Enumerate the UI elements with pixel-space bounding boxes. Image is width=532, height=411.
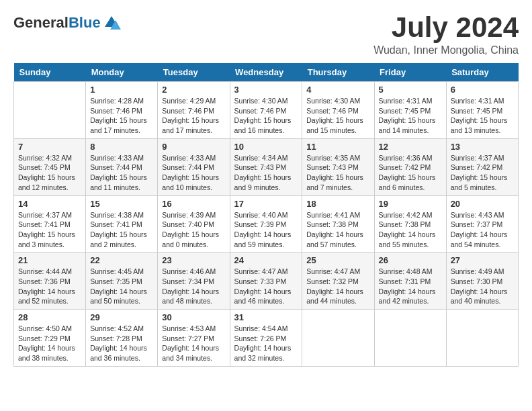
calendar-cell: 4Sunrise: 4:30 AM Sunset: 7:46 PM Daylig…	[302, 82, 374, 139]
calendar-cell: 12Sunrise: 4:36 AM Sunset: 7:42 PM Dayli…	[374, 138, 446, 195]
day-of-week-header: Wednesday	[230, 63, 302, 82]
calendar-cell: 31Sunrise: 4:54 AM Sunset: 7:26 PM Dayli…	[230, 310, 302, 367]
day-number: 30	[162, 312, 225, 322]
day-info: Sunrise: 4:31 AM Sunset: 7:45 PM Dayligh…	[379, 96, 442, 136]
day-info: Sunrise: 4:47 AM Sunset: 7:33 PM Dayligh…	[234, 267, 298, 306]
day-number: 21	[18, 255, 81, 265]
calendar-cell: 28Sunrise: 4:50 AM Sunset: 7:29 PM Dayli…	[14, 310, 86, 367]
day-info: Sunrise: 4:33 AM Sunset: 7:44 PM Dayligh…	[162, 153, 225, 193]
day-info: Sunrise: 4:32 AM Sunset: 7:45 PM Dayligh…	[18, 153, 81, 193]
day-info: Sunrise: 4:41 AM Sunset: 7:38 PM Dayligh…	[306, 210, 369, 250]
day-number: 1	[90, 85, 153, 95]
calendar-cell	[14, 82, 86, 139]
day-info: Sunrise: 4:42 AM Sunset: 7:38 PM Dayligh…	[379, 210, 442, 250]
calendar-header-row: SundayMondayTuesdayWednesdayThursdayFrid…	[14, 63, 519, 82]
day-number: 6	[451, 85, 514, 95]
location-title: Wudan, Inner Mongolia, China	[373, 44, 519, 56]
day-info: Sunrise: 4:35 AM Sunset: 7:43 PM Dayligh…	[306, 153, 369, 193]
day-number: 23	[162, 255, 225, 265]
day-number: 8	[90, 142, 153, 152]
day-of-week-header: Thursday	[302, 63, 374, 82]
calendar-cell: 13Sunrise: 4:37 AM Sunset: 7:42 PM Dayli…	[446, 138, 518, 195]
day-number: 9	[162, 142, 225, 152]
day-info: Sunrise: 4:31 AM Sunset: 7:45 PM Dayligh…	[451, 96, 514, 136]
calendar-cell: 6Sunrise: 4:31 AM Sunset: 7:45 PM Daylig…	[446, 82, 518, 139]
logo-general: General	[13, 14, 69, 31]
day-number: 11	[306, 142, 369, 152]
day-info: Sunrise: 4:30 AM Sunset: 7:46 PM Dayligh…	[306, 96, 369, 136]
day-number: 28	[18, 312, 81, 322]
calendar-cell	[302, 310, 374, 367]
day-info: Sunrise: 4:47 AM Sunset: 7:32 PM Dayligh…	[306, 267, 369, 306]
day-number: 17	[234, 199, 298, 209]
day-number: 12	[379, 142, 442, 152]
calendar-cell	[446, 310, 518, 367]
logo: GeneralBlue	[13, 13, 121, 32]
day-number: 25	[306, 255, 369, 265]
calendar-cell: 17Sunrise: 4:40 AM Sunset: 7:39 PM Dayli…	[230, 195, 302, 253]
calendar-cell: 22Sunrise: 4:45 AM Sunset: 7:35 PM Dayli…	[86, 253, 158, 310]
day-info: Sunrise: 4:54 AM Sunset: 7:26 PM Dayligh…	[234, 324, 298, 363]
calendar-cell: 21Sunrise: 4:44 AM Sunset: 7:36 PM Dayli…	[14, 253, 86, 310]
day-number: 18	[306, 199, 369, 209]
day-info: Sunrise: 4:39 AM Sunset: 7:40 PM Dayligh…	[162, 210, 225, 250]
calendar-cell: 27Sunrise: 4:49 AM Sunset: 7:30 PM Dayli…	[446, 253, 518, 310]
day-number: 4	[306, 85, 369, 95]
page-header: GeneralBlue July 2024 Wudan, Inner Mongo…	[13, 13, 519, 56]
calendar-week-row: 14Sunrise: 4:37 AM Sunset: 7:41 PM Dayli…	[14, 195, 519, 253]
day-number: 14	[18, 199, 81, 209]
calendar-week-row: 28Sunrise: 4:50 AM Sunset: 7:29 PM Dayli…	[14, 310, 519, 367]
calendar-cell: 1Sunrise: 4:28 AM Sunset: 7:46 PM Daylig…	[86, 82, 158, 139]
title-section: July 2024 Wudan, Inner Mongolia, China	[373, 13, 519, 56]
month-title: July 2024	[373, 13, 519, 42]
day-number: 19	[379, 199, 442, 209]
day-of-week-header: Friday	[374, 63, 446, 82]
day-number: 24	[234, 255, 298, 265]
calendar-cell: 29Sunrise: 4:52 AM Sunset: 7:28 PM Dayli…	[86, 310, 158, 367]
day-info: Sunrise: 4:40 AM Sunset: 7:39 PM Dayligh…	[234, 210, 298, 250]
day-info: Sunrise: 4:53 AM Sunset: 7:27 PM Dayligh…	[162, 324, 225, 363]
day-number: 3	[234, 85, 298, 95]
calendar-cell: 23Sunrise: 4:46 AM Sunset: 7:34 PM Dayli…	[158, 253, 230, 310]
day-number: 7	[18, 142, 81, 152]
calendar-cell: 11Sunrise: 4:35 AM Sunset: 7:43 PM Dayli…	[302, 138, 374, 195]
calendar-cell: 10Sunrise: 4:34 AM Sunset: 7:43 PM Dayli…	[230, 138, 302, 195]
day-info: Sunrise: 4:43 AM Sunset: 7:37 PM Dayligh…	[451, 210, 514, 250]
calendar-cell: 18Sunrise: 4:41 AM Sunset: 7:38 PM Dayli…	[302, 195, 374, 253]
day-info: Sunrise: 4:28 AM Sunset: 7:46 PM Dayligh…	[90, 96, 153, 136]
day-info: Sunrise: 4:36 AM Sunset: 7:42 PM Dayligh…	[379, 153, 442, 193]
calendar-cell: 2Sunrise: 4:29 AM Sunset: 7:46 PM Daylig…	[158, 82, 230, 139]
day-number: 29	[90, 312, 153, 322]
calendar-cell	[374, 310, 446, 367]
day-info: Sunrise: 4:49 AM Sunset: 7:30 PM Dayligh…	[451, 267, 514, 306]
day-info: Sunrise: 4:44 AM Sunset: 7:36 PM Dayligh…	[18, 267, 81, 306]
calendar-cell: 19Sunrise: 4:42 AM Sunset: 7:38 PM Dayli…	[374, 195, 446, 253]
day-of-week-header: Saturday	[446, 63, 518, 82]
day-of-week-header: Sunday	[14, 63, 86, 82]
logo-icon	[102, 13, 121, 32]
day-info: Sunrise: 4:46 AM Sunset: 7:34 PM Dayligh…	[162, 267, 225, 306]
day-number: 22	[90, 255, 153, 265]
calendar-cell: 3Sunrise: 4:30 AM Sunset: 7:46 PM Daylig…	[230, 82, 302, 139]
calendar-cell: 20Sunrise: 4:43 AM Sunset: 7:37 PM Dayli…	[446, 195, 518, 253]
day-info: Sunrise: 4:30 AM Sunset: 7:46 PM Dayligh…	[234, 96, 298, 136]
day-number: 10	[234, 142, 298, 152]
calendar-cell: 7Sunrise: 4:32 AM Sunset: 7:45 PM Daylig…	[14, 138, 86, 195]
day-number: 16	[162, 199, 225, 209]
day-info: Sunrise: 4:34 AM Sunset: 7:43 PM Dayligh…	[234, 153, 298, 193]
calendar-cell: 30Sunrise: 4:53 AM Sunset: 7:27 PM Dayli…	[158, 310, 230, 367]
day-info: Sunrise: 4:29 AM Sunset: 7:46 PM Dayligh…	[162, 96, 225, 136]
day-info: Sunrise: 4:48 AM Sunset: 7:31 PM Dayligh…	[379, 267, 442, 306]
day-number: 2	[162, 85, 225, 95]
calendar-cell: 14Sunrise: 4:37 AM Sunset: 7:41 PM Dayli…	[14, 195, 86, 253]
calendar-cell: 9Sunrise: 4:33 AM Sunset: 7:44 PM Daylig…	[158, 138, 230, 195]
calendar-week-row: 21Sunrise: 4:44 AM Sunset: 7:36 PM Dayli…	[14, 253, 519, 310]
calendar-cell: 5Sunrise: 4:31 AM Sunset: 7:45 PM Daylig…	[374, 82, 446, 139]
calendar-cell: 24Sunrise: 4:47 AM Sunset: 7:33 PM Dayli…	[230, 253, 302, 310]
calendar-cell: 15Sunrise: 4:38 AM Sunset: 7:41 PM Dayli…	[86, 195, 158, 253]
day-number: 31	[234, 312, 298, 322]
calendar-cell: 25Sunrise: 4:47 AM Sunset: 7:32 PM Dayli…	[302, 253, 374, 310]
day-info: Sunrise: 4:33 AM Sunset: 7:44 PM Dayligh…	[90, 153, 153, 193]
calendar-week-row: 7Sunrise: 4:32 AM Sunset: 7:45 PM Daylig…	[14, 138, 519, 195]
day-number: 13	[451, 142, 514, 152]
